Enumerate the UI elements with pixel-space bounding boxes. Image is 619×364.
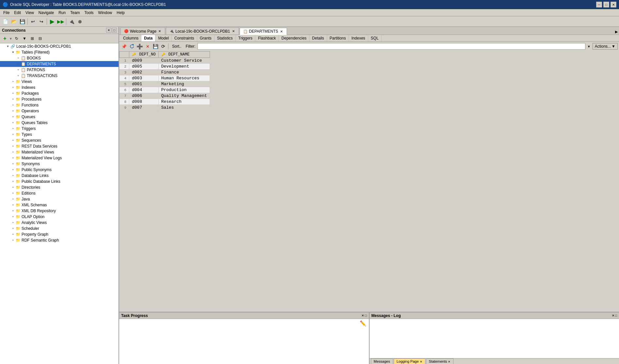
tree-property-graph[interactable]: + 📁 Property Graph [0, 231, 119, 237]
close-button[interactable]: ✕ [611, 2, 616, 8]
rollback-button[interactable]: ⟳ [160, 43, 167, 50]
menu-view[interactable]: View [24, 10, 36, 16]
freeze-column-button[interactable]: 📌 [120, 43, 128, 50]
logging-close-icon[interactable]: ✕ [420, 360, 422, 363]
dept-name-header[interactable]: 🔑 DEPT_NAME [158, 52, 210, 58]
menu-team[interactable]: Team [68, 10, 82, 16]
tree-editions[interactable]: + 📁 Editions [0, 190, 119, 196]
tree-table-books[interactable]: + 📋 BOOKS [0, 55, 119, 61]
add-connection-button[interactable]: + [1, 35, 8, 42]
dept-no-cell[interactable]: d008 [129, 99, 159, 105]
dept-no-cell[interactable]: d003 [129, 75, 159, 81]
menu-window[interactable]: Window [96, 10, 114, 16]
properties-button[interactable]: ⊟ [37, 35, 44, 42]
tree-tables-filtered[interactable]: ▼ 📁 Tables (Filtered) [0, 49, 119, 55]
tree-sequences[interactable]: + 📁 Sequences [0, 137, 119, 143]
panel-maximize-button[interactable]: □ [112, 28, 117, 33]
editor-tab-constraints[interactable]: Constraints [172, 35, 197, 41]
menu-navigate[interactable]: Navigate [37, 10, 56, 16]
dept-name-cell[interactable]: Finance [158, 70, 210, 75]
dept-no-header[interactable]: 🔑 DEPT_NO [129, 52, 159, 58]
maximize-button[interactable]: □ [603, 2, 609, 8]
commit-button[interactable]: 💾 [152, 43, 159, 50]
delete-row-button[interactable]: ✕ [144, 43, 151, 50]
panel-minimize-button[interactable]: ✕ [106, 28, 111, 33]
tab-logging-page[interactable]: Logging Page ✕ [394, 358, 425, 364]
tab-scroll-right[interactable]: ▶ [614, 29, 619, 35]
tree-table-departments[interactable]: + 📋 DEPARTMENTS [0, 61, 119, 67]
editor-tab-triggers[interactable]: Triggers [236, 35, 256, 41]
open-button[interactable]: 📂 [10, 18, 18, 25]
tab-statements[interactable]: Statements ✕ [426, 358, 454, 364]
menu-edit[interactable]: Edit [12, 10, 23, 16]
refresh-data-button[interactable] [128, 43, 135, 50]
connection-tab-close[interactable]: ✕ [231, 29, 235, 33]
tree-table-transactions[interactable]: + 📋 TRANSACTIONS [0, 73, 119, 79]
editor-tab-statistics[interactable]: Statistics [214, 35, 236, 41]
tree-table-patrons[interactable]: + 📋 PATRONS [0, 67, 119, 73]
filter-connections-button[interactable]: ▼ [21, 35, 28, 42]
editor-tab-grants[interactable]: Grants [197, 35, 214, 41]
task-maximize-button[interactable]: □ [365, 314, 367, 317]
table-row[interactable]: 9d007Sales [119, 105, 210, 111]
task-close-button[interactable]: ✕ [361, 314, 364, 317]
filter-input[interactable] [198, 43, 585, 50]
add-dropdown[interactable]: ▼ [9, 37, 12, 40]
tree-materialized-views[interactable]: + 📁 Materialized Views [0, 149, 119, 155]
tree-packages[interactable]: + 📁 Packages [0, 90, 119, 96]
menu-file[interactable]: File [1, 10, 11, 16]
tree-triggers[interactable]: + 📁 Triggers [0, 126, 119, 132]
statements-close-icon[interactable]: ✕ [448, 360, 451, 363]
actions-button[interactable]: Actions... ▼ [593, 43, 618, 50]
menu-tools[interactable]: Tools [83, 10, 96, 16]
tree-analytic-views[interactable]: + 📁 Analytic Views [0, 220, 119, 226]
tree-rest-data-services[interactable]: + 📁 REST Data Services [0, 143, 119, 149]
tree-rdf-semantic-graph[interactable]: + 📁 RDF Semantic Graph [0, 237, 119, 243]
editor-tab-flashback[interactable]: Flashback [255, 35, 279, 41]
dept-name-cell[interactable]: Marketing [158, 81, 210, 87]
tab-welcome-page[interactable]: 🔴 Welcome Page ✕ [120, 27, 165, 35]
dept-name-cell[interactable]: Customer Service [158, 58, 210, 64]
sort-button[interactable]: Sort.. [170, 43, 184, 50]
tree-scheduler[interactable]: + 📁 Scheduler [0, 226, 119, 231]
tree-queues[interactable]: + 📁 Queues [0, 114, 119, 120]
tree-functions[interactable]: + 📁 Functions [0, 102, 119, 108]
tree-types[interactable]: + 📁 Types [0, 132, 119, 137]
tree-xml-schemas[interactable]: + 📁 XML Schemas [0, 202, 119, 208]
table-row[interactable]: 1d009Customer Service [119, 58, 210, 64]
dept-name-cell[interactable]: Research [158, 99, 210, 105]
insert-row-button[interactable]: ➕ [136, 43, 143, 50]
menu-help[interactable]: Help [115, 10, 127, 16]
editor-tab-indexes[interactable]: Indexes [349, 35, 368, 41]
run-button[interactable]: ▶ [48, 18, 56, 25]
tree-indexes[interactable]: + 📁 Indexes [0, 85, 119, 90]
messages-close-button[interactable]: ✕ [612, 314, 614, 317]
tab-departments[interactable]: 📋 DEPARTMENTS ✕ [240, 28, 287, 35]
editor-tab-details[interactable]: Details [310, 35, 327, 41]
table-row[interactable]: 6d004Production [119, 87, 210, 93]
tree-olap-option[interactable]: + 📁 OLAP Option [0, 214, 119, 220]
tree-views[interactable]: + 📁 Views [0, 79, 119, 85]
dept-no-cell[interactable]: d004 [129, 87, 159, 93]
tree-database-links[interactable]: + 📁 Database Links [0, 173, 119, 179]
dept-name-cell[interactable]: Production [158, 87, 210, 93]
tree-directories[interactable]: + 📁 Directories [0, 184, 119, 190]
tab-messages[interactable]: Messages [371, 358, 393, 364]
editor-tab-sql[interactable]: SQL [368, 35, 382, 41]
undo-button[interactable]: ↩ [29, 18, 37, 25]
dept-no-cell[interactable]: d002 [129, 70, 159, 75]
departments-tab-close[interactable]: ✕ [279, 30, 283, 33]
dept-name-cell[interactable]: Development [158, 64, 210, 70]
menu-run[interactable]: Run [56, 10, 68, 16]
dept-name-cell[interactable]: Human Resources [158, 75, 210, 81]
save-button[interactable]: 💾 [18, 18, 26, 25]
schema-button[interactable]: ⊞ [29, 35, 36, 42]
editor-tab-data[interactable]: Data [141, 35, 155, 41]
minimize-button[interactable]: ─ [596, 2, 602, 8]
refresh-connections-button[interactable]: ↻ [13, 35, 20, 42]
tab-local-connection[interactable]: 🔌 Local-19c-BOOKS-ORCLPDB1 ✕ [166, 27, 239, 35]
dept-no-cell[interactable]: d001 [129, 81, 159, 87]
dept-name-cell[interactable]: Sales [158, 105, 210, 111]
tree-xml-db-repository[interactable]: + 📁 XML DB Repository [0, 208, 119, 214]
messages-maximize-button[interactable]: □ [615, 314, 617, 317]
